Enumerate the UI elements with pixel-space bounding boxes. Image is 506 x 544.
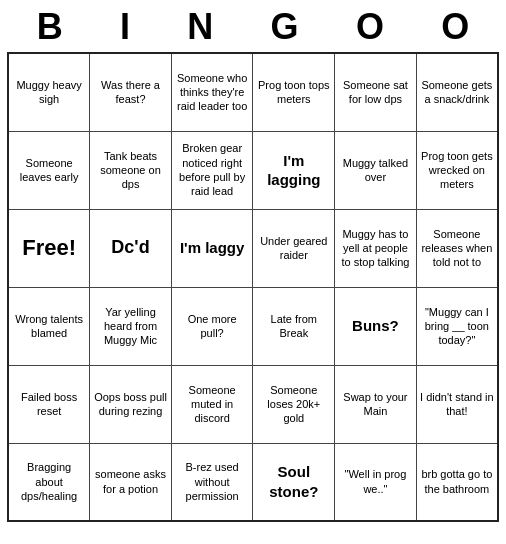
title-g: G (253, 6, 317, 48)
cell-r1-c1: Tank beats someone on dps (90, 131, 172, 209)
cell-r4-c3: Someone loses 20k+ gold (253, 365, 335, 443)
bingo-grid: Muggy heavy sighWas there a feast?Someon… (7, 52, 499, 522)
cell-r2-c3: Under geared raider (253, 209, 335, 287)
cell-r2-c0: Free! (8, 209, 90, 287)
cell-r5-c5: brb gotta go to the bathroom (416, 443, 498, 521)
title-n: N (169, 6, 231, 48)
cell-r2-c1: Dc'd (90, 209, 172, 287)
cell-r5-c3: Soul stone? (253, 443, 335, 521)
bingo-title: B I N G O O (8, 0, 498, 52)
title-o2: O (423, 6, 487, 48)
cell-r3-c0: Wrong talents blamed (8, 287, 90, 365)
cell-r4-c2: Someone muted in discord (171, 365, 253, 443)
cell-r3-c2: One more pull? (171, 287, 253, 365)
cell-r1-c5: Prog toon gets wrecked on meters (416, 131, 498, 209)
cell-r0-c2: Someone who thinks they're raid leader t… (171, 53, 253, 131)
cell-r0-c3: Prog toon tops meters (253, 53, 335, 131)
cell-r0-c1: Was there a feast? (90, 53, 172, 131)
cell-r5-c4: "Well in prog we.." (335, 443, 417, 521)
cell-r3-c1: Yar yelling heard from Muggy Mic (90, 287, 172, 365)
cell-r1-c0: Someone leaves early (8, 131, 90, 209)
cell-r5-c1: someone asks for a potion (90, 443, 172, 521)
cell-r1-c4: Muggy talked over (335, 131, 417, 209)
cell-r0-c4: Someone sat for low dps (335, 53, 417, 131)
cell-r4-c4: Swap to your Main (335, 365, 417, 443)
cell-r2-c5: Someone releases when told not to (416, 209, 498, 287)
cell-r0-c0: Muggy heavy sigh (8, 53, 90, 131)
cell-r2-c2: I'm laggy (171, 209, 253, 287)
cell-r3-c5: "Muggy can I bring __ toon today?" (416, 287, 498, 365)
cell-r3-c3: Late from Break (253, 287, 335, 365)
cell-r2-c4: Muggy has to yell at people to stop talk… (335, 209, 417, 287)
title-i: I (102, 6, 148, 48)
cell-r5-c2: B-rez used without permission (171, 443, 253, 521)
cell-r4-c5: I didn't stand in that! (416, 365, 498, 443)
cell-r5-c0: Bragging about dps/healing (8, 443, 90, 521)
cell-r4-c0: Failed boss reset (8, 365, 90, 443)
title-o1: O (338, 6, 402, 48)
cell-r4-c1: Oops boss pull during rezing (90, 365, 172, 443)
cell-r1-c3: I'm lagging (253, 131, 335, 209)
cell-r1-c2: Broken gear noticed right before pull by… (171, 131, 253, 209)
title-b: B (19, 6, 81, 48)
cell-r0-c5: Someone gets a snack/drink (416, 53, 498, 131)
cell-r3-c4: Buns? (335, 287, 417, 365)
